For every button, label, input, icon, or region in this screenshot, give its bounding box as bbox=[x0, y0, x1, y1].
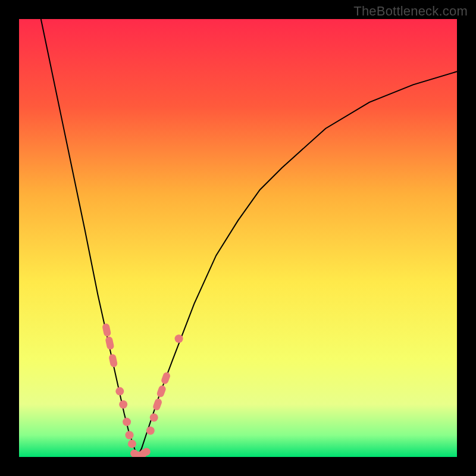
data-marker bbox=[108, 353, 118, 368]
data-marker bbox=[156, 384, 167, 398]
data-marker bbox=[161, 371, 171, 385]
data-marker bbox=[175, 334, 183, 343]
data-marker bbox=[152, 397, 163, 411]
bottleneck-curve bbox=[41, 19, 457, 457]
watermark-text: TheBottleneck.com bbox=[353, 4, 468, 19]
curve-svg bbox=[19, 19, 457, 457]
data-marker bbox=[102, 323, 111, 337]
data-marker bbox=[115, 387, 124, 396]
data-marker bbox=[143, 448, 151, 456]
data-marker bbox=[128, 440, 136, 448]
data-marker bbox=[123, 418, 131, 426]
data-marker bbox=[119, 400, 127, 409]
data-marker bbox=[126, 431, 134, 439]
chart-frame: TheBottleneck.com bbox=[0, 0, 476, 476]
data-marker bbox=[150, 414, 158, 422]
data-marker bbox=[105, 336, 114, 350]
data-marker bbox=[146, 427, 155, 435]
plot-area bbox=[19, 19, 457, 457]
